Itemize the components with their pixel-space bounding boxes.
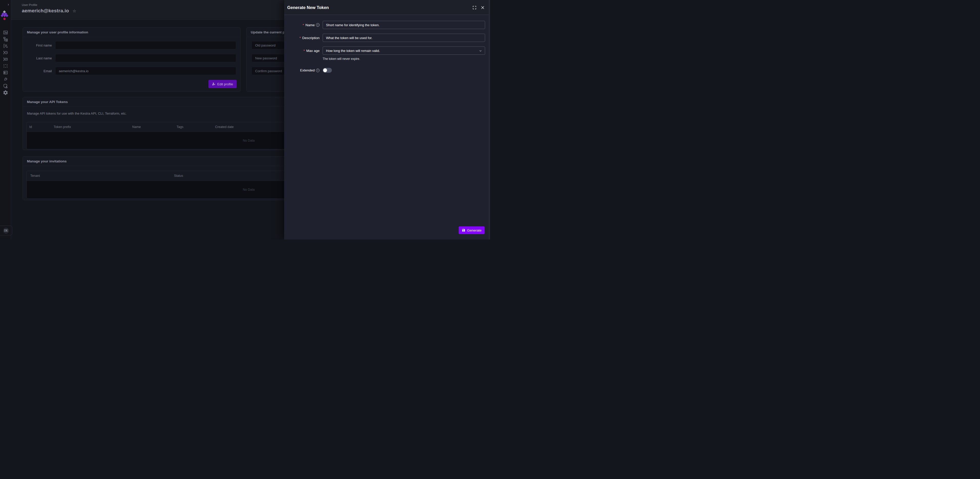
extended-row: Extended ?: [284, 68, 485, 73]
apps-icon: [3, 43, 8, 49]
account-edit-icon: [212, 82, 216, 86]
logo-dot: [3, 18, 6, 20]
token-name-field[interactable]: [323, 21, 485, 29]
namespaces-icon: [3, 63, 8, 69]
sidebar-item-namespaces[interactable]: [3, 63, 9, 69]
drawer-body: * Name ? * Description * Max age: [284, 15, 490, 73]
close-icon: [480, 5, 485, 10]
favorite-star-icon[interactable]: ☆: [73, 8, 76, 13]
sidebar-expand-chevron-icon[interactable]: ›: [8, 2, 9, 6]
fullscreen-button[interactable]: [472, 5, 477, 10]
api-tokens-description: Manage API tokens for use with the Kestr…: [27, 112, 127, 115]
max-age-select[interactable]: How long the token will remain valid.: [323, 46, 485, 55]
avatar: DE: [3, 228, 9, 233]
token-max-age-row: * Max age How long the token will remain…: [284, 46, 485, 55]
help-icon[interactable]: ?: [316, 69, 320, 72]
token-description-field[interactable]: [323, 34, 485, 42]
sidebar-item-settings[interactable]: [3, 89, 9, 96]
sidebar-nav: [0, 29, 11, 96]
first-name-label: First name: [27, 43, 55, 47]
token-description-row: * Description: [284, 34, 485, 42]
sidebar-item-logs[interactable]: [3, 56, 9, 62]
extended-toggle[interactable]: [323, 68, 332, 73]
generate-button-label: Generate: [467, 228, 482, 232]
toggle-knob: [323, 69, 327, 72]
token-description-label-text: Description: [302, 36, 320, 40]
dashboard-icon: [3, 30, 8, 35]
email-label: Email: [27, 69, 55, 73]
token-name-label-text: Name: [305, 23, 315, 27]
generate-button[interactable]: Generate: [459, 227, 485, 234]
token-description-label: * Description: [284, 36, 320, 40]
breadcrumb: User Profile: [22, 3, 37, 6]
sidebar-item-apps[interactable]: [3, 43, 9, 49]
executions-icon: [3, 50, 8, 55]
email-row: Email: [27, 67, 236, 75]
column-header-tags: Tags: [174, 125, 213, 129]
profile-card: Manage your user profile information Fir…: [22, 27, 240, 92]
close-button[interactable]: [480, 5, 485, 10]
required-asterisk: *: [302, 23, 304, 27]
column-header-name: Name: [130, 125, 174, 129]
sidebar-user-badge[interactable]: DE: [0, 226, 12, 235]
kestra-logo[interactable]: [0, 10, 11, 22]
max-age-helper-text: The token will never expire.: [323, 57, 485, 61]
edit-profile-label: Edit profile: [217, 82, 233, 86]
sidebar-item-administration[interactable]: [3, 83, 9, 89]
email-field[interactable]: [55, 67, 236, 75]
generate-token-drawer: Generate New Token * Name ? * Desc: [284, 0, 490, 240]
last-name-field[interactable]: [55, 54, 236, 62]
administration-icon: [3, 83, 8, 89]
last-name-row: Last name: [27, 54, 236, 62]
required-asterisk: *: [299, 36, 301, 40]
last-name-label: Last name: [27, 56, 55, 60]
sidebar-item-plugins[interactable]: [3, 76, 9, 82]
sidebar-item-executions[interactable]: [3, 49, 9, 56]
first-name-field[interactable]: [55, 41, 236, 49]
token-max-age-label-text: Max age: [306, 49, 320, 53]
required-asterisk: *: [303, 49, 305, 53]
token-max-age-label: * Max age: [284, 49, 320, 53]
app-root: ›: [0, 0, 490, 240]
drawer-header: Generate New Token: [284, 0, 490, 15]
plugins-icon: [3, 77, 8, 82]
column-header-tenant: Tenant: [27, 174, 172, 177]
token-name-row: * Name ?: [284, 21, 485, 29]
edit-profile-button[interactable]: Edit profile: [208, 80, 237, 88]
max-age-select-value: How long the token will remain valid.: [326, 49, 380, 53]
column-header-id: Id: [27, 125, 51, 129]
sidebar: ›: [0, 0, 11, 240]
drawer-title: Generate New Token: [287, 5, 329, 10]
flows-icon: [3, 37, 8, 42]
sidebar-item-dashboard[interactable]: [3, 29, 9, 35]
chevron-down-icon: [479, 49, 482, 53]
extended-label: Extended ?: [284, 69, 320, 72]
settings-icon: [3, 90, 8, 95]
column-header-token-prefix: Token prefix: [51, 125, 130, 129]
help-icon[interactable]: ?: [316, 23, 320, 27]
save-icon: [462, 228, 465, 232]
logs-icon: [3, 56, 8, 62]
token-name-label: * Name ?: [284, 23, 320, 27]
profile-card-title: Manage your user profile information: [23, 27, 240, 37]
page-title: aemerich@kestra.io: [22, 8, 69, 14]
extended-label-text: Extended: [300, 69, 315, 72]
fullscreen-icon: [472, 5, 477, 10]
first-name-row: First name: [27, 41, 236, 49]
sidebar-item-flows[interactable]: [3, 36, 9, 42]
sidebar-item-blueprints[interactable]: [3, 69, 9, 75]
scrollbar[interactable]: [489, 0, 490, 240]
blueprints-icon: [3, 70, 8, 75]
